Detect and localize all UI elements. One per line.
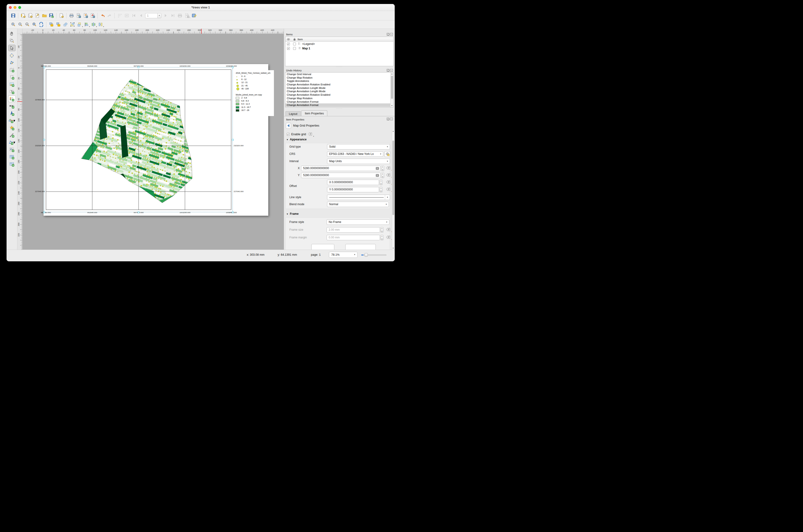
zoom-in-button[interactable] <box>10 21 16 28</box>
add-arrow-tool[interactable] <box>8 132 16 138</box>
float-panel-icon[interactable] <box>387 69 389 72</box>
atlas-settings-button[interactable] <box>190 13 197 19</box>
layout-page[interactable]: 987360.000992640.000997920.0001003200.00… <box>43 64 268 216</box>
selection-handle[interactable] <box>43 139 45 140</box>
offset-y-spinner[interactable] <box>380 187 383 192</box>
lock-items-button[interactable] <box>48 21 55 28</box>
add-map-tool[interactable] <box>8 66 16 73</box>
tab-item-properties[interactable]: Item Properties <box>301 110 327 116</box>
selection-handle[interactable] <box>138 211 139 213</box>
data-defined-override-icon[interactable] <box>386 227 391 232</box>
clear-field-icon[interactable]: × <box>376 174 379 177</box>
undo-history-entry[interactable]: Change Annotation Format <box>286 100 390 103</box>
page-number-input[interactable]: 1 <box>145 13 157 18</box>
refresh-view-button[interactable] <box>38 21 44 28</box>
export-as-image-button[interactable] <box>75 13 82 19</box>
add-north-arrow-tool[interactable] <box>8 110 16 116</box>
edit-nodes-item-tool[interactable] <box>8 59 16 66</box>
previous-feature-button[interactable] <box>138 13 144 19</box>
atlas-toggle-button[interactable] <box>116 13 123 19</box>
selection-handle[interactable] <box>43 211 45 213</box>
items-list-row[interactable]: ✓Map 1 <box>286 46 393 51</box>
frame-size-field[interactable]: 2.00 mm <box>327 227 380 232</box>
back-button[interactable] <box>286 123 291 129</box>
interval-x-field[interactable]: 5280.000000000000× <box>301 166 381 171</box>
save-project-button[interactable] <box>10 13 16 19</box>
legend-item[interactable]: 2015_Street_Tree_Census_subset_um 0 - 66… <box>234 70 274 116</box>
frame-section-header[interactable]: ▼Frame <box>286 212 298 216</box>
page-number-dropdown-icon[interactable]: ▼ <box>157 13 161 18</box>
add-pages-button[interactable] <box>58 13 65 19</box>
selection-handle[interactable] <box>138 66 139 68</box>
select-move-item-tool[interactable] <box>8 45 16 51</box>
ungroup-items-button[interactable] <box>69 21 76 28</box>
frame-margin-spinner[interactable] <box>380 235 383 240</box>
data-defined-override-icon[interactable] <box>386 166 391 171</box>
new-layout-button[interactable] <box>20 13 26 19</box>
selection-handle[interactable] <box>43 66 45 68</box>
add-scalebar-tool[interactable] <box>8 103 16 109</box>
item-lock-checkbox[interactable] <box>293 42 296 45</box>
crs-dropdown[interactable]: EPSG:2263 - NAD83 / New York Lo▼ <box>327 151 383 157</box>
add-node-item-tool[interactable]: ▾ <box>8 139 16 146</box>
add-items-from-template-button[interactable] <box>41 13 48 19</box>
item-lock-checkbox[interactable] <box>293 47 296 50</box>
undo-history-entry[interactable]: Change Map Rotation <box>286 76 390 79</box>
selection-handle[interactable] <box>232 211 234 213</box>
add-3d-map-tool[interactable] <box>8 74 16 80</box>
scroll-down-icon[interactable]: ▼ <box>392 247 395 250</box>
undo-history-entry[interactable]: Change Annotation Format <box>286 103 390 107</box>
undo-history-entry[interactable]: Change Annotation Length Mode <box>286 86 390 90</box>
add-label-tool[interactable] <box>8 88 16 95</box>
float-panel-icon[interactable] <box>387 118 389 120</box>
redo-button[interactable] <box>106 13 113 19</box>
save-as-template-button[interactable] <box>48 13 55 19</box>
frame-margin-field[interactable]: 0.00 mm <box>327 235 380 240</box>
page-number-combo[interactable]: 1▼ <box>145 13 161 18</box>
scroll-down-icon[interactable]: ▼ <box>390 104 393 107</box>
next-feature-button[interactable] <box>163 13 169 19</box>
add-shape-tool[interactable]: ▾ <box>8 117 16 124</box>
data-defined-override-icon[interactable] <box>386 235 391 240</box>
export-as-pdf-button[interactable] <box>89 13 96 19</box>
grid-type-dropdown[interactable]: Solid▼ <box>327 144 390 150</box>
last-feature-button[interactable] <box>169 13 176 19</box>
duplicate-layout-button[interactable] <box>27 13 34 19</box>
close-panel-icon[interactable]: × <box>390 69 393 72</box>
add-legend-tool[interactable] <box>8 95 16 102</box>
layout-canvas[interactable]: 987360.000992640.000997920.0001003200.00… <box>22 34 284 250</box>
frame-size-spinner[interactable] <box>380 227 383 232</box>
blend-mode-dropdown[interactable]: Normal▼ <box>327 202 389 207</box>
offset-x-spinner[interactable] <box>380 180 383 185</box>
undo-history-entry[interactable]: Change Annotation Rotation Enabled <box>286 83 390 86</box>
close-panel-icon[interactable]: × <box>390 118 393 120</box>
align-items-button[interactable]: ▾ <box>83 21 90 28</box>
undo-history-entry[interactable]: Change Annotation Rotation Enabled <box>286 93 390 97</box>
print-atlas-button[interactable] <box>177 13 183 19</box>
enable-grid-checkbox[interactable]: ✓ <box>287 133 290 136</box>
offset-x-field[interactable]: X 0.000000000000 <box>327 180 379 185</box>
interval-y-field[interactable]: 5280.000000000000× <box>301 173 381 178</box>
data-defined-override-icon[interactable] <box>308 132 313 137</box>
interval-x-spinner[interactable] <box>381 166 384 171</box>
export-as-svg-button[interactable] <box>82 13 89 19</box>
add-fixed-table-tool[interactable] <box>8 161 16 167</box>
selection-handle[interactable] <box>232 139 234 140</box>
items-list-row[interactable]: ✓<Legend> <box>286 42 393 46</box>
panel-splitter[interactable]: ······ <box>284 66 395 68</box>
zoom-tool[interactable] <box>8 37 16 44</box>
add-picture-tool[interactable] <box>8 81 16 88</box>
line-style-dropdown[interactable]: ▼ <box>327 195 390 200</box>
item-visibility-checkbox[interactable]: ✓ <box>287 42 290 45</box>
interval-dropdown[interactable]: Map Units▼ <box>327 159 390 164</box>
zoom-out-button[interactable] <box>17 21 23 28</box>
undo-history-entry[interactable]: Change Grid Interval <box>286 73 390 76</box>
scroll-up-icon[interactable]: ▲ <box>390 73 393 75</box>
raise-items-button[interactable]: ▾ <box>76 21 83 28</box>
print-layout-button[interactable] <box>68 13 75 19</box>
zoom-actual-button[interactable]: 1:1 <box>24 21 31 28</box>
tab-layout[interactable]: Layout <box>286 111 301 116</box>
move-item-content-tool[interactable] <box>8 52 16 58</box>
float-panel-icon[interactable] <box>387 33 389 36</box>
clear-field-icon[interactable]: × <box>376 167 379 170</box>
